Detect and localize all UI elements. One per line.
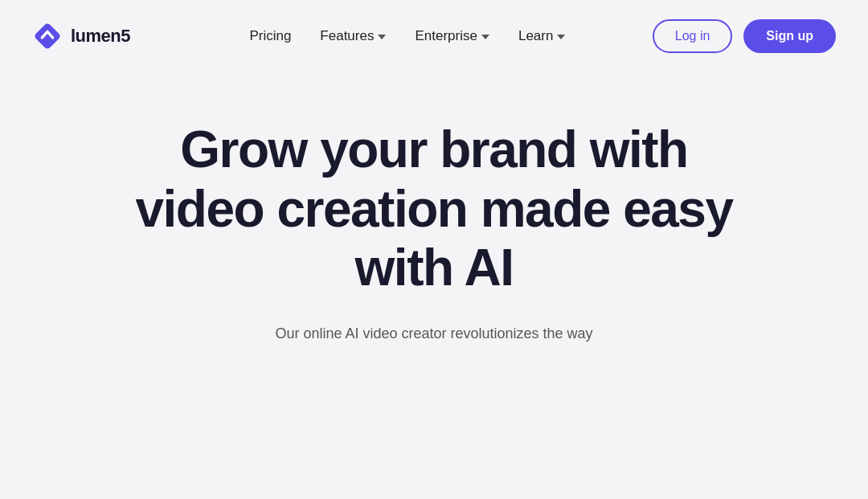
login-button[interactable]: Log in	[653, 19, 733, 53]
signup-button[interactable]: Sign up	[743, 19, 836, 53]
nav-pricing[interactable]: Pricing	[249, 28, 291, 44]
nav-links: Pricing Features Enterprise Learn	[162, 28, 653, 44]
svg-rect-1	[34, 22, 62, 51]
hero-title: Grow your brand with video creation made…	[121, 121, 747, 298]
logo-link[interactable]: lumen5	[32, 21, 130, 51]
hero-subtitle: Our online AI video creator revolutioniz…	[275, 322, 592, 346]
nav-enterprise[interactable]: Enterprise	[415, 28, 489, 44]
nav-features[interactable]: Features	[320, 28, 386, 44]
features-chevron-icon	[378, 35, 386, 39]
learn-chevron-icon	[557, 35, 565, 39]
enterprise-chevron-icon	[481, 35, 489, 39]
hero-section: Grow your brand with video creation made…	[0, 72, 868, 346]
logo-text: lumen5	[71, 26, 130, 47]
logo-icon	[32, 21, 63, 51]
nav-learn[interactable]: Learn	[518, 28, 565, 44]
navbar: lumen5 Pricing Features Enterprise Learn…	[0, 0, 868, 72]
nav-actions: Log in Sign up	[653, 19, 836, 53]
